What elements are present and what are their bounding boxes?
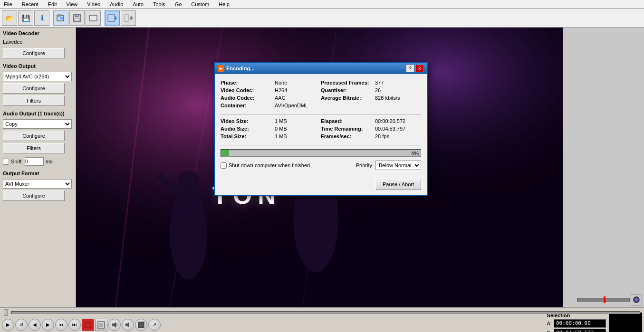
processed-frames-row: Processed Frames: 377 bbox=[321, 80, 421, 85]
priority-label: Priority: bbox=[356, 162, 374, 168]
container-row: Container: AVI/OpenDML bbox=[221, 103, 321, 108]
quantiser-value: 26 bbox=[375, 87, 381, 93]
elapsed-value: 00:00:20,572 bbox=[375, 118, 405, 124]
container-label: Container: bbox=[221, 103, 273, 108]
time-remaining-value: 00:04:53,797 bbox=[375, 126, 405, 132]
phase-label: Phase: bbox=[221, 80, 273, 85]
shutdown-checkbox[interactable] bbox=[221, 162, 227, 169]
info-grid: Phase: None Video Codec: H264 Audio Code… bbox=[221, 80, 421, 108]
shutdown-label-text: Shut down computer when finished bbox=[229, 162, 310, 168]
fps-row: Frames/sec: 28 fps bbox=[321, 133, 421, 139]
fps-value: 28 fps bbox=[375, 133, 389, 139]
container-value: AVI/OpenDML bbox=[275, 103, 308, 108]
elapsed-row: Elapsed: 00:00:20,572 bbox=[321, 118, 421, 124]
size-grid: Video Size: 1 MB Audio Size: 0 MB Total … bbox=[221, 118, 421, 139]
encoding-dialog: ▶ Encoding... ? ✕ Phase: None Video Code… bbox=[214, 62, 428, 196]
time-remaining-label: Time Remaining: bbox=[321, 126, 373, 132]
info-right: Processed Frames: 377 Quantiser: 26 Aver… bbox=[321, 80, 421, 108]
info-left: Phase: None Video Codec: H264 Audio Code… bbox=[221, 80, 321, 108]
total-size-label: Total Size: bbox=[221, 133, 273, 139]
audio-codec-row: Audio Codec: AAC bbox=[221, 95, 321, 101]
pause-abort-button[interactable]: Pause / Abort bbox=[375, 179, 421, 190]
dialog-bottom-row: Shut down computer when finished Priorit… bbox=[221, 161, 421, 170]
time-right: Elapsed: 00:00:20,572 Time Remaining: 00… bbox=[321, 118, 421, 139]
video-size-row: Video Size: 1 MB bbox=[221, 118, 321, 124]
progress-percent: 4% bbox=[411, 150, 419, 157]
phase-value: None bbox=[275, 80, 287, 85]
total-size-value: 1 MB bbox=[275, 133, 287, 139]
avg-bitrate-label: Average Bitrate: bbox=[321, 95, 373, 101]
avg-bitrate-value: 828 kbits/s bbox=[375, 95, 400, 101]
fps-label: Frames/sec: bbox=[321, 133, 373, 139]
audio-size-label: Audio Size: bbox=[221, 126, 273, 132]
dialog-footer: Pause / Abort bbox=[215, 176, 427, 195]
shutdown-checkbox-label[interactable]: Shut down computer when finished bbox=[221, 162, 310, 169]
divider1 bbox=[221, 114, 421, 114]
video-codec-label: Video Codec: bbox=[221, 87, 273, 93]
dialog-title-left: ▶ Encoding... bbox=[218, 65, 254, 72]
phase-row: Phase: None bbox=[221, 80, 321, 85]
size-left: Video Size: 1 MB Audio Size: 0 MB Total … bbox=[221, 118, 321, 139]
audio-codec-label: Audio Codec: bbox=[221, 95, 273, 101]
processed-frames-value: 377 bbox=[375, 80, 384, 85]
total-size-row: Total Size: 1 MB bbox=[221, 133, 321, 139]
dialog-help-button[interactable]: ? bbox=[406, 65, 414, 72]
dialog-overlay: ▶ Encoding... ? ✕ Phase: None Video Code… bbox=[0, 0, 644, 332]
dialog-title-text: Encoding... bbox=[226, 66, 254, 71]
video-size-label: Video Size: bbox=[221, 118, 273, 124]
audio-size-row: Audio Size: 0 MB bbox=[221, 126, 321, 132]
avg-bitrate-row: Average Bitrate: 828 kbits/s bbox=[321, 95, 421, 101]
priority-select[interactable]: Idle Below Normal Normal Above Normal Hi… bbox=[375, 161, 421, 170]
dialog-close-button[interactable]: ✕ bbox=[415, 65, 424, 72]
priority-row: Priority: Idle Below Normal Normal Above… bbox=[356, 161, 421, 170]
dialog-title-icon: ▶ bbox=[218, 65, 224, 72]
progress-section: 4% bbox=[221, 149, 421, 157]
time-remaining-row: Time Remaining: 00:04:53,797 bbox=[321, 126, 421, 132]
quantiser-row: Quantiser: 26 bbox=[321, 87, 421, 93]
video-codec-row: Video Codec: H264 bbox=[221, 87, 321, 93]
dialog-titlebar: ▶ Encoding... ? ✕ bbox=[215, 63, 427, 74]
quantiser-label: Quantiser: bbox=[321, 87, 373, 93]
dialog-title-buttons: ? ✕ bbox=[406, 65, 424, 72]
progress-bar-fill bbox=[221, 150, 229, 156]
audio-size-value: 0 MB bbox=[275, 126, 287, 132]
video-size-value: 1 MB bbox=[275, 118, 287, 124]
progress-bar-container: 4% bbox=[221, 149, 421, 157]
audio-codec-value: AAC bbox=[275, 95, 286, 101]
processed-frames-label: Processed Frames: bbox=[321, 80, 373, 85]
elapsed-label: Elapsed: bbox=[321, 118, 373, 124]
dialog-body: Phase: None Video Codec: H264 Audio Code… bbox=[215, 74, 427, 176]
video-codec-value: H264 bbox=[275, 87, 287, 93]
divider2 bbox=[221, 145, 421, 145]
